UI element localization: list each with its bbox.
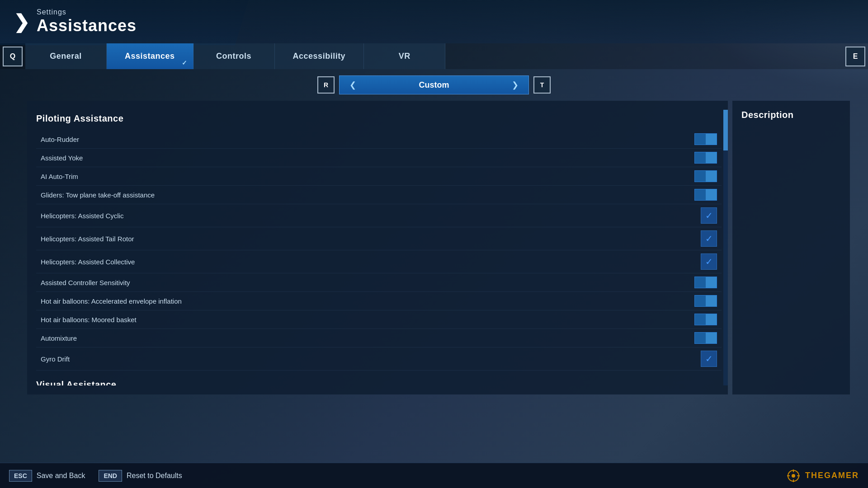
svg-point-1	[792, 474, 795, 478]
setting-heli-cyclic[interactable]: Helicopters: Assisted Cyclic ✓	[36, 204, 722, 227]
toggle-balloon-moored[interactable]	[694, 314, 717, 325]
tab-assistances[interactable]: Assistances	[107, 43, 193, 69]
settings-label: Settings	[37, 8, 137, 16]
description-title: Description	[741, 110, 841, 120]
piloting-section-title: Piloting Assistance	[36, 113, 722, 124]
setting-controller-sensitivity[interactable]: Assisted Controller Sensitivity	[36, 273, 722, 292]
tab-general[interactable]: General	[25, 43, 107, 69]
toggle-assisted-yoke[interactable]	[694, 152, 717, 164]
setting-balloon-moored[interactable]: Hot air balloons: Moored basket	[36, 310, 722, 329]
checkbox-heli-collective[interactable]: ✓	[701, 253, 717, 270]
header-chevron-icon: ❯	[14, 11, 29, 33]
visual-section-title: Visual Assistance	[36, 380, 722, 385]
watermark-icon	[786, 469, 801, 483]
setting-ai-auto-trim[interactable]: AI Auto-Trim	[36, 167, 722, 186]
preset-selector[interactable]: ❮ Custom ❯	[339, 75, 529, 94]
setting-automixture[interactable]: Automixture	[36, 329, 722, 347]
watermark-text: THEGAMER	[805, 471, 859, 480]
tab-controls[interactable]: Controls	[193, 43, 275, 69]
bottom-bar: ESC Save and Back END Reset to Defaults …	[0, 463, 868, 488]
toggle-controller-sensitivity[interactable]	[694, 277, 717, 288]
watermark: THEGAMER	[786, 469, 859, 483]
save-key: ESC	[9, 470, 32, 482]
reset-key: END	[99, 470, 122, 482]
toggle-auto-rudder[interactable]	[694, 133, 717, 145]
reset-defaults-button[interactable]: END Reset to Defaults	[99, 470, 182, 482]
preset-right-arrow-icon: ❯	[512, 80, 519, 90]
tab-vr[interactable]: VR	[364, 43, 445, 69]
tab-next-key[interactable]: E	[845, 47, 865, 66]
checkbox-gyro-drift[interactable]: ✓	[701, 351, 717, 367]
tab-prev-key[interactable]: Q	[3, 47, 23, 66]
save-label: Save and Back	[37, 472, 85, 480]
preset-next-key[interactable]: T	[533, 76, 551, 94]
checkbox-heli-tail-rotor[interactable]: ✓	[701, 230, 717, 247]
preset-value: Custom	[360, 80, 508, 90]
setting-heli-tail-rotor[interactable]: Helicopters: Assisted Tail Rotor ✓	[36, 227, 722, 250]
setting-balloon-inflation[interactable]: Hot air balloons: Accelerated envelope i…	[36, 292, 722, 310]
toggle-gliders-tow[interactable]	[694, 189, 717, 201]
setting-auto-rudder[interactable]: Auto-Rudder	[36, 130, 722, 149]
tab-accessibility[interactable]: Accessibility	[275, 43, 364, 69]
setting-assisted-yoke[interactable]: Assisted Yoke	[36, 149, 722, 167]
setting-heli-collective[interactable]: Helicopters: Assisted Collective ✓	[36, 250, 722, 273]
setting-gliders-tow[interactable]: Gliders: Tow plane take-off assistance	[36, 186, 722, 204]
reset-label: Reset to Defaults	[127, 472, 182, 480]
setting-gyro-drift[interactable]: Gyro Drift ✓	[36, 347, 722, 371]
page-title: Assistances	[37, 16, 137, 35]
checkbox-heli-cyclic[interactable]: ✓	[701, 207, 717, 224]
save-back-button[interactable]: ESC Save and Back	[9, 470, 85, 482]
toggle-automixture[interactable]	[694, 332, 717, 344]
toggle-ai-auto-trim[interactable]	[694, 170, 717, 182]
preset-left-arrow-icon: ❮	[349, 80, 356, 90]
preset-prev-key[interactable]: R	[317, 76, 335, 94]
toggle-balloon-inflation[interactable]	[694, 295, 717, 307]
